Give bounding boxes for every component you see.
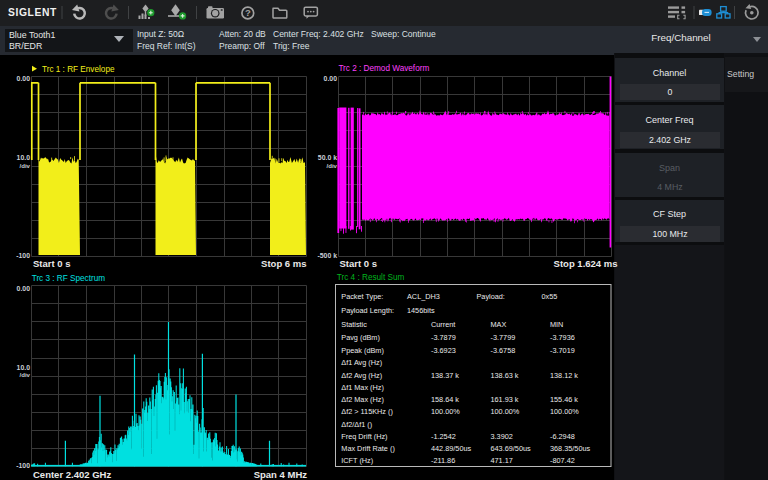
svg-text:Center 2.402 GHz: Center 2.402 GHz [33, 469, 111, 480]
svg-text:138.63 k: 138.63 k [491, 371, 519, 380]
svg-text:-100: -100 [16, 252, 30, 259]
svg-text:Δf1 Avg (Hz): Δf1 Avg (Hz) [341, 358, 382, 367]
svg-text:0.00: 0.00 [324, 75, 338, 82]
svg-text:442.89/50us: 442.89/50us [431, 444, 472, 453]
svg-text:Δf2 Max (Hz): Δf2 Max (Hz) [341, 395, 384, 404]
svg-text:/div: /div [327, 162, 338, 169]
svg-text:3.3902: 3.3902 [491, 432, 513, 441]
svg-text:50.0 k: 50.0 k [318, 154, 337, 161]
svg-text:-3.7019: -3.7019 [550, 346, 575, 355]
svg-text:MIN: MIN [550, 320, 563, 329]
svg-text:100.00%: 100.00% [550, 407, 579, 416]
svg-text:Stop 1.624 ms: Stop 1.624 ms [554, 258, 618, 269]
svg-text:Trc 2 : Demod Waveform: Trc 2 : Demod Waveform [338, 64, 429, 73]
svg-text:Trc 4 : Result Sum: Trc 4 : Result Sum [337, 273, 405, 282]
svg-text:Statistic: Statistic [341, 320, 367, 329]
svg-text:-3.6923: -3.6923 [431, 346, 456, 355]
svg-text:Current: Current [431, 320, 455, 329]
svg-text:Payload:: Payload: [477, 292, 505, 301]
svg-text:-3.7936: -3.7936 [550, 333, 575, 342]
svg-text:Payload Length:: Payload Length: [341, 306, 394, 315]
svg-text:ICFT (Hz): ICFT (Hz) [341, 456, 373, 465]
svg-text:643.69/50us: 643.69/50us [491, 444, 532, 453]
svg-text:1456bits: 1456bits [407, 306, 435, 315]
svg-text:155.46 k: 155.46 k [550, 395, 578, 404]
svg-text:MAX: MAX [491, 320, 507, 329]
svg-text:471.17: 471.17 [491, 456, 513, 465]
svg-text:/div: /div [20, 371, 31, 378]
svg-text:-500 k: -500 k [317, 252, 337, 259]
svg-text:Span 4 MHz: Span 4 MHz [254, 469, 308, 480]
svg-text:/div: /div [20, 162, 31, 169]
svg-text:Δf2 > 115KHz (): Δf2 > 115KHz () [341, 407, 393, 416]
svg-text:Ppeak (dBm): Ppeak (dBm) [341, 346, 384, 355]
svg-text:Δf2 Avg (Hz): Δf2 Avg (Hz) [341, 371, 382, 380]
svg-text:10.0: 10.0 [17, 154, 31, 161]
svg-text:Packet Type:: Packet Type: [341, 292, 383, 301]
svg-text:0.00: 0.00 [17, 75, 31, 82]
svg-text:Trc 3 : RF Spectrum: Trc 3 : RF Spectrum [32, 274, 106, 283]
svg-text:138.37 k: 138.37 k [431, 371, 459, 380]
svg-text:-100: -100 [16, 462, 30, 469]
svg-text:-6.2948: -6.2948 [550, 432, 575, 441]
svg-text:0x55: 0x55 [542, 292, 558, 301]
svg-text:-3.7879: -3.7879 [431, 333, 456, 342]
svg-text:-807.42: -807.42 [550, 456, 575, 465]
svg-text:Δf2/Δf1 (): Δf2/Δf1 () [341, 420, 372, 429]
svg-text:138.12 k: 138.12 k [550, 371, 578, 380]
svg-text:0.00: 0.00 [17, 285, 31, 292]
svg-text:Start 0 s: Start 0 s [33, 258, 71, 269]
svg-text:100.00%: 100.00% [491, 407, 520, 416]
svg-text:Start 0 s: Start 0 s [340, 258, 378, 269]
svg-text:-1.2542: -1.2542 [431, 432, 456, 441]
svg-text:-3.7799: -3.7799 [491, 333, 516, 342]
svg-text:100.00%: 100.00% [431, 407, 460, 416]
svg-text:Stop 6 ms: Stop 6 ms [261, 258, 306, 269]
svg-text:Pavg (dBm): Pavg (dBm) [341, 333, 380, 342]
svg-text:Trc 1 : RF Envelope: Trc 1 : RF Envelope [42, 65, 115, 74]
svg-text:ACL_DH3: ACL_DH3 [407, 292, 440, 301]
svg-text:161.93 k: 161.93 k [491, 395, 519, 404]
svg-text:10.0: 10.0 [17, 364, 31, 371]
svg-text:368.35/50us: 368.35/50us [550, 444, 591, 453]
svg-text:158.64 k: 158.64 k [431, 395, 459, 404]
svg-text:Freq Drift (Hz): Freq Drift (Hz) [341, 432, 387, 441]
svg-text:Δf1 Max (Hz): Δf1 Max (Hz) [341, 383, 384, 392]
svg-text:-3.6758: -3.6758 [491, 346, 516, 355]
svg-text:-211.86: -211.86 [431, 456, 455, 465]
svg-text:Max Drift Rate (): Max Drift Rate () [341, 444, 395, 453]
